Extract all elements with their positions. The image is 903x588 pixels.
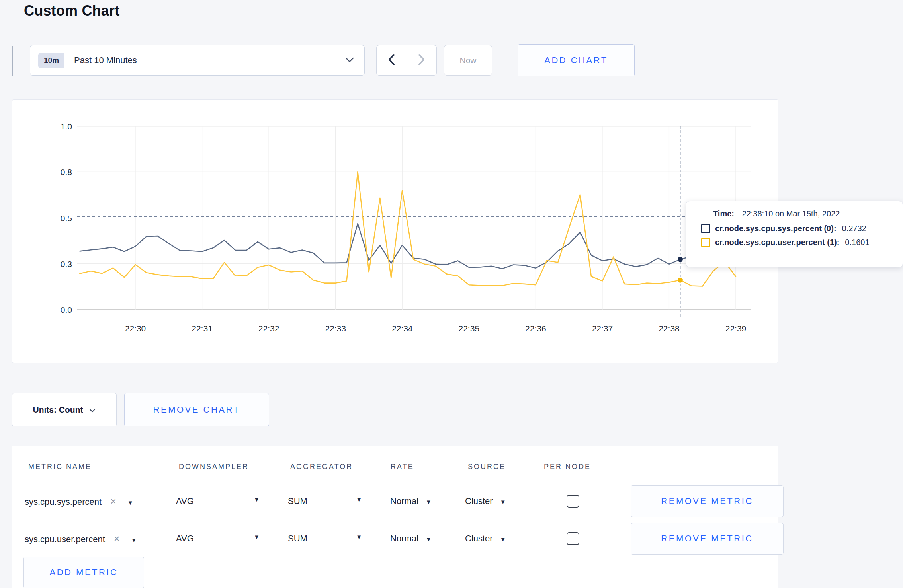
series-line-sys (80, 224, 736, 269)
metric-name-select[interactable]: sys.cpu.user.percent × ▼ (25, 533, 137, 545)
series-line-user (80, 172, 736, 286)
downsampler-select[interactable]: AVG ▼ (176, 496, 260, 506)
col-header-per-node: PER NODE (544, 463, 591, 471)
units-dropdown[interactable]: Units: Count (12, 393, 117, 426)
col-header-metric-name: METRIC NAME (28, 463, 92, 471)
metric-name-select[interactable]: sys.cpu.sys.percent × ▼ (25, 496, 133, 507)
col-header-downsampler: DOWNSAMPLER (179, 463, 249, 471)
page-title: Custom Chart (24, 2, 119, 19)
source-select[interactable]: Cluster ▼ (465, 496, 506, 506)
metrics-table: METRIC NAME DOWNSAMPLER AGGREGATOR RATE … (12, 446, 778, 588)
caret-down-icon: ▼ (254, 533, 260, 544)
now-button[interactable]: Now (444, 45, 492, 76)
remove-metric-button[interactable]: REMOVE METRIC (631, 523, 784, 555)
x-axis-label: 22:31 (192, 324, 213, 333)
x-axis-label: 22:37 (592, 324, 613, 333)
caret-down-icon: ▼ (131, 537, 137, 543)
tooltip-series-value: 0.1601 (845, 238, 869, 247)
time-range-label: Past 10 Minutes (74, 55, 137, 66)
per-node-checkbox[interactable] (567, 532, 579, 545)
metric-name-value: sys.cpu.sys.percent (25, 497, 102, 507)
next-time-button[interactable] (407, 45, 437, 75)
rate-select[interactable]: Normal ▼ (390, 533, 432, 544)
x-axis-label: 22:35 (459, 324, 480, 333)
table-row: sys.cpu.user.percent × ▼ AVG ▼ SUM ▼ Nor… (12, 520, 778, 557)
caret-down-icon: ▼ (356, 496, 362, 506)
prev-time-button[interactable] (377, 45, 407, 75)
crosshair-point (678, 257, 683, 262)
col-header-aggregator: AGGREGATOR (290, 463, 353, 471)
tooltip-series-label: cr.node.sys.cpu.sys.percent (0): (715, 224, 837, 233)
time-range-dropdown[interactable]: 10m Past 10 Minutes (30, 45, 365, 76)
x-axis-label: 22:39 (725, 324, 747, 333)
caret-down-icon: ▼ (426, 498, 432, 505)
units-label: Units: Count (33, 405, 83, 415)
col-header-rate: RATE (391, 463, 414, 471)
metric-name-value: sys.cpu.user.percent (25, 534, 105, 544)
chevron-right-icon (418, 54, 425, 67)
crosshair-point (678, 278, 683, 283)
clear-icon[interactable]: × (114, 533, 120, 544)
time-range-badge: 10m (38, 53, 64, 68)
y-axis-label: 0.5 (61, 214, 72, 223)
tooltip-time-row: Time: 22:38:10 on Mar 15th, 2022 (713, 209, 903, 218)
aggregator-select[interactable]: SUM ▼ (288, 533, 362, 544)
caret-down-icon: ▼ (500, 536, 506, 543)
source-select[interactable]: Cluster ▼ (465, 533, 506, 544)
x-axis-label: 22:36 (525, 324, 546, 333)
y-axis-label: 0.0 (61, 305, 72, 314)
x-axis-label: 22:38 (659, 324, 680, 333)
col-header-source: SOURCE (468, 463, 506, 471)
per-node-checkbox[interactable] (567, 495, 579, 508)
y-axis-label: 1.0 (61, 122, 72, 131)
chevron-down-icon (345, 57, 354, 64)
chart-card: 0.00.30.50.81.022:3022:3122:3222:3322:34… (12, 99, 778, 363)
caret-down-icon: ▼ (426, 536, 432, 543)
tooltip-series-row: cr.node.sys.cpu.user.percent (1): 0.1601 (701, 238, 903, 247)
caret-down-icon: ▼ (127, 499, 133, 506)
sys-series-swatch-icon (701, 224, 710, 233)
add-chart-button[interactable]: ADD CHART (518, 44, 635, 76)
remove-metric-button[interactable]: REMOVE METRIC (631, 485, 784, 517)
aggregator-select[interactable]: SUM ▼ (288, 496, 362, 506)
tooltip-time-label: Time: (713, 209, 734, 218)
y-axis-label: 0.3 (61, 259, 72, 269)
cpu-chart-svg[interactable]: 0.00.30.50.81.022:3022:3122:3222:3322:34… (12, 100, 778, 363)
chart-tooltip: Time: 22:38:10 on Mar 15th, 2022 cr.node… (686, 201, 903, 267)
user-series-swatch-icon (701, 238, 710, 247)
caret-down-icon: ▼ (254, 496, 260, 506)
rate-select[interactable]: Normal ▼ (390, 496, 432, 506)
tooltip-time-value: 22:38:10 on Mar 15th, 2022 (742, 209, 840, 218)
x-axis-label: 22:30 (125, 324, 146, 333)
tooltip-series-label: cr.node.sys.cpu.user.percent (1): (715, 238, 839, 247)
downsampler-select[interactable]: AVG ▼ (176, 533, 260, 544)
chevron-down-icon (89, 405, 96, 415)
time-nav-group (376, 45, 437, 76)
clear-icon[interactable]: × (110, 496, 116, 507)
remove-chart-button[interactable]: REMOVE CHART (124, 393, 269, 426)
toolbar-divider (12, 46, 13, 76)
table-row: sys.cpu.sys.percent × ▼ AVG ▼ SUM ▼ Norm… (12, 483, 778, 520)
tooltip-series-row: cr.node.sys.cpu.sys.percent (0): 0.2732 (701, 224, 903, 233)
y-axis-label: 0.8 (61, 167, 72, 177)
chevron-left-icon (388, 54, 395, 67)
tooltip-series-value: 0.2732 (842, 224, 866, 233)
x-axis-label: 22:34 (392, 324, 413, 333)
caret-down-icon: ▼ (356, 533, 362, 544)
caret-down-icon: ▼ (500, 498, 506, 505)
x-axis-label: 22:33 (325, 324, 346, 333)
x-axis-label: 22:32 (258, 324, 280, 333)
add-metric-button[interactable]: ADD METRIC (23, 557, 144, 588)
